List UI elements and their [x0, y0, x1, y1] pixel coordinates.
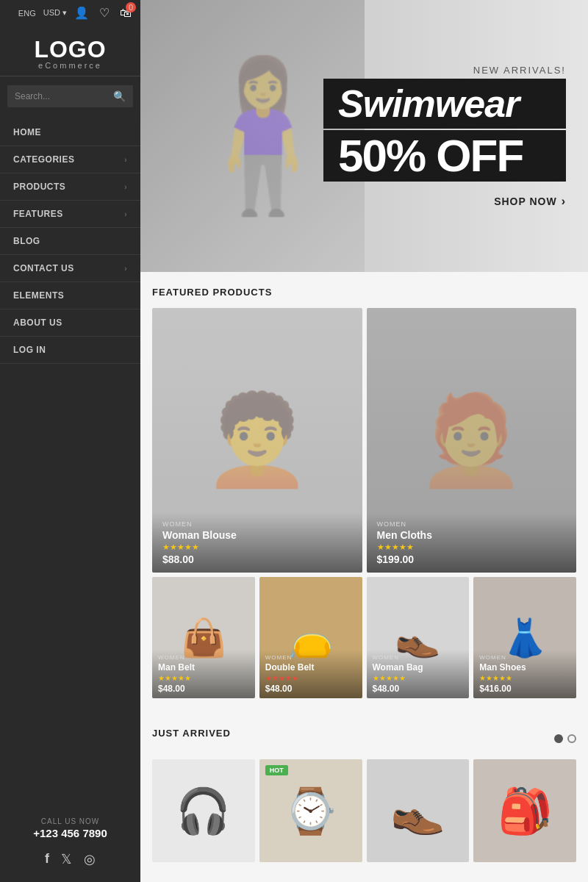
nav-link-elements[interactable]: ELEMENTS	[0, 282, 140, 309]
arrived-card-watch[interactable]: HOT ⌚	[259, 759, 362, 862]
call-label: CALL US NOW	[0, 817, 140, 825]
product-price: $48.00	[158, 684, 249, 694]
nav-link-home[interactable]: HOME	[0, 119, 140, 146]
main-content: 🧍‍♀️ NEW ARRIVALS! Swimwear 50% OFF SHOP…	[140, 0, 588, 882]
just-arrived-section: JUST ARRIVED 🎧 HOT ⌚ 👞 🎒	[140, 713, 588, 877]
search-bar: 🔍	[7, 85, 133, 107]
product-card-man-shoes[interactable]: 👗 WOMEN Man Shoes ★★★★★ $416.00	[473, 577, 576, 698]
logo[interactable]: LOGO	[0, 37, 140, 61]
product-info: WOMEN Man Belt ★★★★★ $48.00	[152, 650, 255, 698]
arrived-card-shoes[interactable]: 👞	[367, 759, 470, 862]
nav-link-about[interactable]: ABOUT US	[0, 309, 140, 336]
sidebar-item-products[interactable]: PRODUCTS›	[0, 173, 140, 201]
chevron-right-icon: ›	[124, 265, 127, 273]
nav-link-products[interactable]: PRODUCTS›	[0, 173, 140, 200]
sidebar-item-categories[interactable]: CATEGORIES›	[0, 146, 140, 173]
featured-products-section: FEATURED PRODUCTS 🧑‍🦱 WOMEN Woman Blouse…	[140, 272, 588, 713]
product-stars: ★★★★★	[373, 674, 464, 682]
wishlist-icon[interactable]: ♡	[99, 6, 110, 20]
product-name: Men Cloths	[377, 529, 567, 541]
hero-discount: 50% OFF	[338, 133, 551, 179]
carousel-dot-2[interactable]	[567, 734, 576, 743]
social-links: f 𝕏 ◎	[0, 844, 140, 882]
featured-small-grid: 👜 WOMEN Man Belt ★★★★★ $48.00 👝 WOMEN Do…	[152, 577, 576, 698]
language-selector[interactable]: ENG	[18, 9, 36, 18]
chevron-right-icon: ›	[124, 156, 127, 164]
arrived-card-bag[interactable]: 🎒	[473, 759, 576, 862]
product-stars: ★★★★★	[265, 674, 356, 682]
product-price: $199.00	[377, 553, 567, 565]
twitter-link[interactable]: 𝕏	[61, 851, 72, 867]
arrow-right-icon: ›	[562, 195, 566, 208]
product-price: $88.00	[162, 553, 352, 565]
sidebar-item-login[interactable]: LOG IN	[0, 337, 140, 364]
product-card-man-belt[interactable]: 👜 WOMEN Man Belt ★★★★★ $48.00	[152, 577, 255, 698]
product-info: WOMEN Men Cloths ★★★★★ $199.00	[367, 513, 577, 573]
nav-link-features[interactable]: FEATURES›	[0, 201, 140, 227]
carousel-dot-1[interactable]	[554, 734, 563, 743]
search-icon[interactable]: 🔍	[106, 85, 133, 107]
product-info: WOMEN Man Shoes ★★★★★ $416.00	[473, 650, 576, 698]
nav-link-blog[interactable]: BLOG	[0, 228, 140, 254]
sidebar-item-home[interactable]: HOME	[0, 119, 140, 146]
sidebar: ENG USD ▾ 👤 ♡ 🛍0 LOGO eCommerce 🔍 HOMECA…	[0, 0, 140, 882]
sidebar-item-about[interactable]: ABOUT US	[0, 309, 140, 337]
hero-title: Swimwear	[338, 85, 551, 123]
product-name: Man Belt	[158, 662, 249, 673]
phone-number[interactable]: +123 456 7890	[0, 827, 140, 839]
instagram-link[interactable]: ◎	[84, 851, 96, 867]
just-arrived-title: JUST ARRIVED	[152, 728, 231, 739]
featured-large-grid: 🧑‍🦱 WOMEN Woman Blouse ★★★★★ $88.00 🧑‍🦰 …	[152, 308, 576, 573]
product-stars: ★★★★★	[377, 542, 567, 552]
logo-subtitle: eCommerce	[0, 61, 140, 70]
nav-link-contact[interactable]: CONTACT US›	[0, 255, 140, 282]
product-card-woman-blouse[interactable]: 🧑‍🦱 WOMEN Woman Blouse ★★★★★ $88.00	[152, 308, 362, 573]
product-price: $48.00	[265, 684, 356, 694]
chevron-right-icon: ›	[124, 210, 127, 218]
product-stars: ★★★★★	[158, 674, 249, 682]
product-category: WOMEN	[158, 654, 249, 661]
user-icon[interactable]: 👤	[74, 6, 89, 20]
just-arrived-header: JUST ARRIVED	[152, 728, 576, 749]
hero-text-area: NEW ARRIVALS! Swimwear 50% OFF SHOP NOW …	[323, 0, 573, 272]
currency-selector[interactable]: USD ▾	[43, 8, 67, 18]
shop-now-button[interactable]: SHOP NOW ›	[494, 195, 566, 208]
chevron-right-icon: ›	[124, 183, 127, 191]
product-category: WOMEN	[265, 654, 356, 661]
sidebar-item-blog[interactable]: BLOG	[0, 228, 140, 255]
cart-icon[interactable]: 🛍0	[120, 7, 132, 20]
product-name: Man Shoes	[479, 662, 570, 673]
nav-link-login[interactable]: LOG IN	[0, 337, 140, 363]
nav-link-categories[interactable]: CATEGORIES›	[0, 146, 140, 173]
featured-title: FEATURED PRODUCTS	[152, 287, 576, 298]
search-input[interactable]	[7, 86, 106, 107]
product-price: $48.00	[373, 684, 464, 694]
product-name: Woman Blouse	[162, 529, 352, 541]
product-category: WOMEN	[373, 654, 464, 661]
arrived-card-headphones[interactable]: 🎧	[152, 759, 255, 862]
product-category: WOMEN	[377, 520, 567, 528]
product-stars: ★★★★★	[479, 674, 570, 682]
hero-title-box: Swimwear	[323, 79, 566, 129]
product-info: WOMEN Woman Blouse ★★★★★ $88.00	[152, 513, 362, 573]
sidebar-item-features[interactable]: FEATURES›	[0, 201, 140, 228]
product-category: WOMEN	[162, 520, 352, 528]
product-stars: ★★★★★	[162, 542, 352, 552]
hero-banner: 🧍‍♀️ NEW ARRIVALS! Swimwear 50% OFF SHOP…	[140, 0, 588, 272]
product-info: WOMEN Woman Bag ★★★★★ $48.00	[367, 650, 470, 698]
phone-section: CALL US NOW +123 456 7890	[0, 804, 140, 844]
sidebar-item-elements[interactable]: ELEMENTS	[0, 282, 140, 309]
hero-new-arrivals: NEW ARRIVALS!	[473, 65, 566, 76]
facebook-link[interactable]: f	[45, 851, 49, 867]
sidebar-item-contact[interactable]: CONTACT US›	[0, 255, 140, 282]
product-card-double-belt[interactable]: 👝 WOMEN Double Belt ★★★★★ $48.00	[259, 577, 362, 698]
sidebar-topbar: ENG USD ▾ 👤 ♡ 🛍0	[0, 0, 140, 26]
cart-badge: 0	[126, 2, 136, 12]
just-arrived-grid: 🎧 HOT ⌚ 👞 🎒	[152, 759, 576, 862]
product-card-men-cloths[interactable]: 🧑‍🦰 WOMEN Men Cloths ★★★★★ $199.00	[367, 308, 577, 573]
product-price: $416.00	[479, 684, 570, 694]
product-name: Woman Bag	[373, 662, 464, 673]
nav-menu: HOMECATEGORIES›PRODUCTS›FEATURES›BLOGCON…	[0, 119, 140, 364]
product-card-woman-bag[interactable]: 👞 WOMEN Woman Bag ★★★★★ $48.00	[367, 577, 470, 698]
header-icons: 👤 ♡ 🛍0	[74, 6, 132, 20]
